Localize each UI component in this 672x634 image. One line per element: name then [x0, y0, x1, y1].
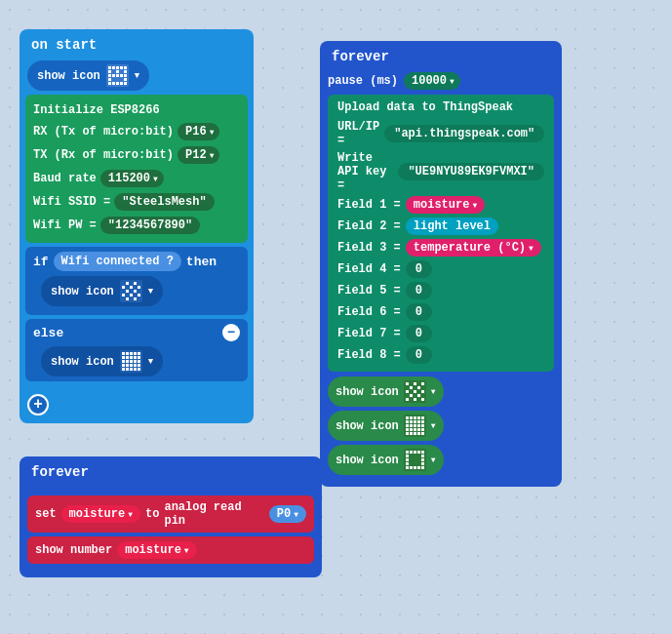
else-header: else − [33, 324, 240, 341]
set-moisture-block: set moisture to analog read pin P0 [27, 495, 314, 533]
field-5-row: Field 5 = 0 [337, 280, 544, 301]
field-8-row: Field 8 = 0 [337, 344, 544, 366]
field-2-value: light level [406, 218, 498, 235]
tx-row: TX (Rx of micro:bit) P12 [33, 143, 240, 167]
show-icon-connected-label: show icon [51, 285, 114, 298]
icon-grid-connected [120, 280, 142, 302]
forever-left-block: forever set moisture to analog read pin … [20, 456, 322, 577]
pin-dropdown[interactable]: P0 [269, 505, 306, 523]
field-7-row: Field 7 = 0 [337, 323, 544, 344]
field-2-row: Field 2 = light level [337, 216, 544, 237]
field-5-value: 0 [406, 282, 432, 299]
add-button-row: + [20, 385, 254, 423]
show-icon-btn-2[interactable]: show icon [328, 411, 444, 441]
show-icon-else-btn[interactable]: show icon ▼ [41, 346, 163, 376]
chevron-icon: ▼ [148, 357, 153, 367]
show-icon-1-label: show icon [336, 385, 399, 399]
field-4-value: 0 [406, 260, 432, 278]
field-1-row: Field 1 = moisture [337, 194, 544, 216]
chevron-icon: ▼ [148, 287, 153, 297]
add-button[interactable]: + [27, 394, 49, 416]
show-icon-btn-3[interactable]: show icon [328, 445, 444, 475]
field-1-dropdown[interactable]: moisture [406, 196, 485, 214]
baud-row: Baud rate 115200 [33, 167, 240, 190]
forever-left-header: forever [20, 456, 322, 488]
if-header: if Wifi connected ? then [33, 252, 240, 271]
icon-grid-3 [404, 449, 426, 471]
field-6-value: 0 [406, 303, 432, 321]
url-value: "api.thingspeak.com" [384, 125, 544, 142]
icon-grid-2 [404, 415, 426, 437]
init-esp-title: Initialize ESP8266 [33, 100, 240, 120]
show-number-var-dropdown[interactable]: moisture [117, 541, 196, 559]
show-icon-3-label: show icon [336, 454, 399, 467]
if-condition: Wifi connected ? [54, 252, 181, 271]
api-key-value: "UE9NYU89EK9FVMXI" [398, 163, 544, 180]
ssid-row: Wifi SSID = "SteelsMesh" [33, 190, 240, 214]
show-icon-connected-row: show icon ▼ [41, 276, 240, 306]
set-label: set [35, 507, 57, 521]
forever-right-header: forever [320, 41, 562, 72]
field-3-dropdown[interactable]: temperature (°C) [406, 239, 541, 257]
minus-button[interactable]: − [222, 324, 240, 341]
show-icon-label: show icon [37, 69, 100, 83]
field-3-row: Field 3 = temperature (°C) [337, 237, 544, 258]
field-8-value: 0 [406, 346, 432, 364]
show-icon-row-1: show icon [328, 376, 554, 407]
show-icon-2-label: show icon [336, 419, 399, 433]
pause-row: pause (ms) 10000 [328, 72, 554, 90]
show-icon-else-label: show icon [51, 355, 114, 369]
pw-value: "1234567890" [100, 217, 200, 234]
init-esp-block: Initialize ESP8266 RX (Tx of micro:bit) … [25, 95, 248, 243]
field-6-row: Field 6 = 0 [337, 301, 544, 323]
forever-right-block: forever pause (ms) 10000 Upload data to … [320, 41, 562, 487]
field-4-row: Field 4 = 0 [337, 258, 544, 280]
tx-dropdown[interactable]: P12 [178, 146, 219, 164]
pause-dropdown[interactable]: 10000 [404, 72, 460, 90]
pause-label: pause (ms) [328, 74, 398, 88]
forever-left-body: set moisture to analog read pin P0 show … [20, 488, 322, 577]
icon-grid-else [120, 350, 142, 373]
to-label: to [145, 507, 159, 521]
on-start-header: on start [20, 29, 254, 60]
upload-block: Upload data to ThingSpeak URL/IP = "api.… [328, 95, 554, 372]
show-icon-button-top[interactable]: show icon ▼ [27, 60, 149, 91]
rx-dropdown[interactable]: P16 [178, 123, 219, 140]
api-key-row: Write API key = "UE9NYU89EK9FVMXI" [337, 149, 544, 194]
show-icon-row-top: show icon ▼ [20, 60, 254, 95]
icon-grid-top [106, 64, 129, 87]
show-icon-row-2: show icon [328, 411, 554, 441]
show-icon-else-row: show icon ▼ [41, 346, 240, 376]
if-block: if Wifi connected ? then show icon ▼ [25, 247, 248, 315]
forever-right-body: pause (ms) 10000 Upload data to ThingSpe… [320, 72, 562, 487]
url-label: URL/IP = [337, 120, 379, 147]
api-key-label: Write API key = [337, 151, 393, 192]
show-number-block: show number moisture [27, 536, 314, 564]
rx-row: RX (Tx of micro:bit) P16 [33, 120, 240, 143]
pw-row: Wifi PW = "1234567890" [33, 214, 240, 237]
show-icon-connected-btn[interactable]: show icon ▼ [41, 276, 163, 306]
ssid-value: "SteelsMesh" [114, 193, 214, 211]
chevron-down-icon: ▼ [135, 71, 139, 81]
show-icon-row-3: show icon [328, 445, 554, 475]
field-7-value: 0 [406, 325, 432, 342]
icon-grid-1 [404, 380, 426, 403]
moisture-var-dropdown[interactable]: moisture [61, 505, 140, 523]
on-start-block: on start show icon ▼ Initialize ESP8266 … [20, 29, 254, 423]
baud-dropdown[interactable]: 115200 [100, 170, 164, 187]
show-icon-btn-1[interactable]: show icon [328, 376, 444, 407]
show-icons-bottom: show icon show icon [328, 376, 554, 475]
else-block: else − show icon ▼ [25, 319, 248, 381]
upload-title: Upload data to ThingSpeak [337, 100, 544, 114]
url-row: URL/IP = "api.thingspeak.com" [337, 118, 544, 149]
show-number-label: show number [35, 543, 112, 557]
analog-read-label: analog read pin [164, 500, 263, 528]
